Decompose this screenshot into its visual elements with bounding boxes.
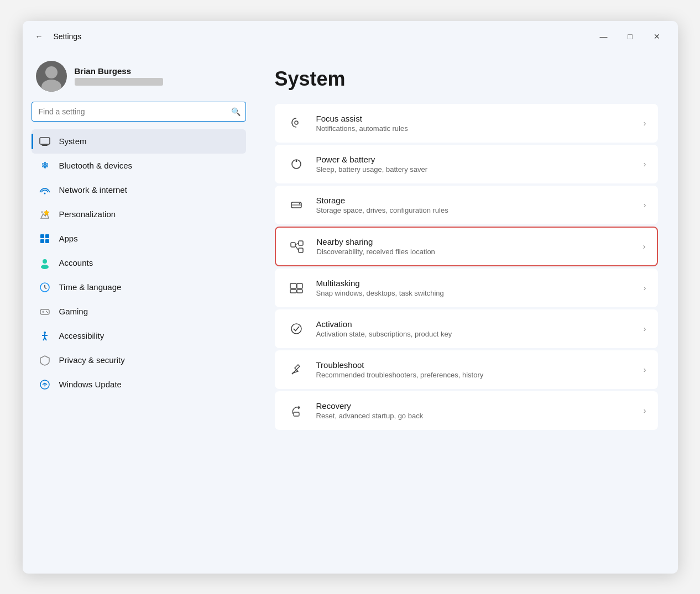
power-desc: Sleep, battery usage, battery saver (316, 165, 634, 174)
bluetooth-icon: ⚛ (38, 159, 51, 172)
app-title: Settings (54, 32, 82, 41)
recovery-chevron: › (644, 406, 646, 415)
sidebar-item-gaming-label: Gaming (59, 307, 239, 316)
troubleshoot-icon (286, 360, 306, 380)
sidebar-item-accessibility-label: Accessibility (59, 331, 239, 340)
settings-item-power[interactable]: Power & battery Sleep, battery usage, ba… (275, 145, 658, 183)
sidebar-item-windows-update[interactable]: Windows Update (32, 372, 246, 397)
svg-rect-5 (40, 234, 44, 238)
personalization-icon (38, 208, 51, 221)
sidebar-item-personalization-label: Personalization (59, 209, 239, 219)
back-button[interactable]: ← (32, 29, 47, 44)
svg-point-17 (46, 311, 47, 312)
svg-rect-14 (40, 309, 49, 314)
nearby-sharing-desc: Discoverability, received files location (317, 248, 633, 256)
sidebar-item-system[interactable]: System (32, 129, 246, 154)
settings-item-multitasking[interactable]: Multitasking Snap windows, desktops, tas… (275, 269, 658, 307)
svg-line-41 (292, 372, 294, 374)
settings-item-storage[interactable]: Storage Storage space, drives, configura… (275, 186, 658, 224)
svg-rect-39 (297, 290, 302, 293)
svg-point-19 (44, 332, 46, 334)
activation-desc: Activation state, subscriptions, product… (316, 330, 634, 338)
settings-list: Focus assist Notifications, automatic ru… (275, 104, 658, 430)
svg-point-40 (291, 324, 301, 334)
minimize-button[interactable]: — (592, 28, 616, 45)
apps-icon (38, 232, 51, 245)
sidebar-item-privacy-label: Privacy & security (59, 355, 239, 365)
content-area: System Focus assist Notifications, autom… (255, 50, 678, 574)
user-name: Brian Burgess (75, 66, 163, 76)
user-info: Brian Burgess (75, 66, 163, 86)
sidebar-item-gaming[interactable]: Gaming (32, 299, 246, 324)
svg-rect-8 (45, 239, 49, 243)
sidebar-item-accounts-label: Accounts (59, 258, 239, 267)
recovery-desc: Reset, advanced startup, go back (316, 412, 634, 420)
user-profile: Brian Burgess (32, 54, 246, 102)
accounts-icon (38, 256, 51, 270)
settings-window: ← Settings — □ ✕ Brian Burgess 🔍 (23, 21, 678, 574)
sidebar-item-bluetooth-label: Bluetooth & devices (59, 161, 239, 170)
svg-point-18 (47, 312, 48, 313)
power-title: Power & battery (316, 155, 634, 164)
close-button[interactable]: ✕ (645, 28, 669, 45)
nearby-sharing-text: Nearby sharing Discoverability, received… (317, 237, 633, 256)
maximize-button[interactable]: □ (618, 28, 642, 45)
sidebar-item-time-label: Time & language (59, 282, 239, 292)
focus-assist-icon (286, 113, 306, 133)
focus-assist-desc: Notifications, automatic rules (316, 124, 634, 133)
main-layout: Brian Burgess 🔍 System (23, 50, 678, 574)
multitasking-text: Multitasking Snap windows, desktops, tas… (316, 278, 634, 297)
svg-line-34 (295, 243, 299, 245)
svg-line-23 (45, 338, 46, 340)
sidebar-item-network[interactable]: Network & internet (32, 178, 246, 202)
svg-point-9 (43, 259, 47, 264)
multitasking-desc: Snap windows, desktops, task switching (316, 289, 634, 297)
power-text: Power & battery Sleep, battery usage, ba… (316, 155, 634, 174)
sidebar-item-personalization[interactable]: Personalization (32, 202, 246, 227)
svg-rect-42 (294, 412, 299, 416)
avatar (36, 61, 67, 92)
troubleshoot-title: Troubleshoot (316, 360, 634, 370)
storage-desc: Storage space, drives, configuration rul… (316, 206, 634, 214)
network-icon (38, 183, 51, 197)
storage-title: Storage (316, 196, 634, 205)
sidebar-item-privacy[interactable]: Privacy & security (32, 348, 246, 372)
system-icon (38, 135, 51, 148)
nearby-sharing-title: Nearby sharing (317, 237, 633, 246)
storage-icon (286, 195, 306, 215)
time-icon (38, 281, 51, 294)
svg-line-13 (45, 287, 46, 288)
titlebar: ← Settings — □ ✕ (23, 21, 678, 50)
recovery-text: Recovery Reset, advanced startup, go bac… (316, 401, 634, 420)
privacy-icon (38, 354, 51, 367)
storage-chevron: › (644, 201, 646, 209)
sidebar-item-apps[interactable]: Apps (32, 227, 246, 251)
settings-item-troubleshoot[interactable]: Troubleshoot Recommended troubleshooters… (275, 350, 658, 389)
search-icon: 🔍 (231, 107, 241, 116)
sidebar-item-accessibility[interactable]: Accessibility (32, 324, 246, 348)
sidebar-item-bluetooth[interactable]: ⚛ Bluetooth & devices (32, 154, 246, 178)
sidebar-item-accounts[interactable]: Accounts (32, 251, 246, 275)
settings-item-recovery[interactable]: Recovery Reset, advanced startup, go bac… (275, 391, 658, 430)
svg-point-30 (299, 203, 300, 204)
settings-item-activation[interactable]: Activation Activation state, subscriptio… (275, 309, 658, 348)
sidebar-item-time[interactable]: Time & language (32, 275, 246, 299)
windows-update-icon (38, 378, 51, 391)
recovery-title: Recovery (316, 401, 634, 411)
multitasking-title: Multitasking (316, 278, 634, 288)
sidebar-item-system-label: System (59, 136, 239, 146)
svg-rect-38 (290, 290, 296, 293)
focus-assist-chevron: › (644, 119, 646, 128)
troubleshoot-chevron: › (644, 365, 646, 374)
search-input[interactable] (32, 102, 246, 122)
svg-rect-33 (299, 248, 303, 253)
svg-point-10 (41, 265, 49, 269)
settings-item-nearby-sharing[interactable]: Nearby sharing Discoverability, received… (275, 227, 658, 266)
svg-rect-7 (40, 239, 44, 243)
svg-line-35 (295, 246, 299, 250)
activation-text: Activation Activation state, subscriptio… (316, 319, 634, 338)
settings-item-focus-assist[interactable]: Focus assist Notifications, automatic ru… (275, 104, 658, 143)
nearby-sharing-icon (287, 236, 307, 256)
nearby-sharing-chevron: › (643, 242, 646, 251)
multitasking-icon (286, 278, 306, 298)
